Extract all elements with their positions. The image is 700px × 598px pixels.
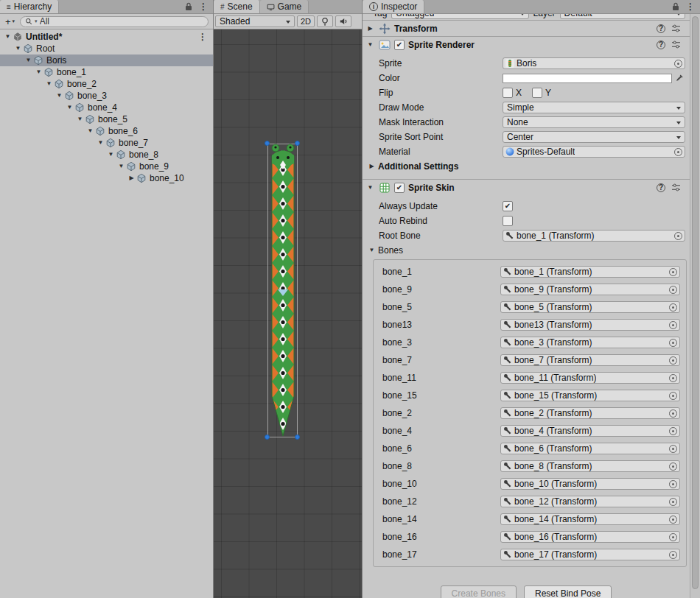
2d-toggle[interactable]: 2D <box>297 15 315 27</box>
bone-object-field[interactable]: bone_2 (Transform) <box>500 407 680 419</box>
foldout-open-icon[interactable]: ▼ <box>365 185 375 191</box>
object-picker-icon[interactable] <box>674 60 682 68</box>
kebab-icon[interactable]: ⋮ <box>686 2 695 11</box>
search-filter-caret-icon[interactable]: ▾ <box>35 18 38 24</box>
hierarchy-item-bone_8[interactable]: ▼bone_8 <box>0 149 213 161</box>
bone-object-field[interactable]: bone_15 (Transform) <box>500 390 680 401</box>
resize-handle[interactable] <box>295 141 300 146</box>
component-enabled-checkbox[interactable]: ✔ <box>394 183 405 193</box>
scene-viewport[interactable] <box>214 29 362 598</box>
bone-object-field[interactable]: bone_8 (Transform) <box>500 460 680 472</box>
bone-object-field[interactable]: bone_17 (Transform) <box>500 549 680 560</box>
foldout-open-icon[interactable]: ▼ <box>65 105 74 110</box>
presets-icon[interactable] <box>671 183 681 191</box>
inspector-scrollbar[interactable] <box>690 14 700 598</box>
hierarchy-item-bone_3[interactable]: ▼bone_3 <box>0 90 213 102</box>
sprite-skin-header[interactable]: ▼ ✔ Sprite Skin ? ⋮ <box>363 179 700 195</box>
material-object-field[interactable]: Sprites-Default <box>503 146 685 158</box>
kebab-icon[interactable]: ⋮ <box>199 2 208 11</box>
bone-object-field[interactable]: bone_5 (Transform) <box>500 301 680 313</box>
foldout-open-icon[interactable]: ▼ <box>34 69 43 75</box>
presets-icon[interactable] <box>671 41 681 49</box>
object-picker-icon[interactable] <box>669 356 677 365</box>
foldout-open-icon[interactable]: ▼ <box>55 93 64 99</box>
auto-rebind-checkbox[interactable] <box>503 216 513 226</box>
tag-dropdown[interactable]: Untagged <box>391 14 528 19</box>
always-update-checkbox[interactable]: ✔ <box>503 201 513 211</box>
mask-interaction-dropdown[interactable]: None <box>503 116 685 128</box>
tab-hierarchy[interactable]: ≡ Hierarchy <box>0 0 59 13</box>
hierarchy-item-bone_9[interactable]: ▼bone_9 <box>0 161 213 172</box>
foldout-open-icon[interactable]: ▼ <box>96 140 105 146</box>
shading-mode-dropdown[interactable]: Shaded <box>215 15 295 27</box>
audio-toggle[interactable] <box>335 15 351 27</box>
hierarchy-item-bone_6[interactable]: ▼bone_6 <box>0 125 213 137</box>
bone-object-field[interactable]: bone_9 (Transform) <box>500 284 680 295</box>
kebab-icon[interactable]: ⋮ <box>198 32 207 42</box>
flip-y-checkbox[interactable] <box>532 88 542 98</box>
hierarchy-item-bone_5[interactable]: ▼bone_5 <box>0 113 213 125</box>
bone-object-field[interactable]: bone_14 (Transform) <box>500 513 680 525</box>
foldout-open-icon[interactable]: ▼ <box>85 128 95 134</box>
foldout-open-icon[interactable]: ▼ <box>24 57 33 63</box>
component-enabled-checkbox[interactable]: ✔ <box>394 40 405 50</box>
lock-icon[interactable] <box>672 2 679 11</box>
bone-object-field[interactable]: bone_11 (Transform) <box>500 372 680 384</box>
create-bones-button[interactable]: Create Bones <box>441 585 517 598</box>
search-input[interactable] <box>40 16 203 27</box>
object-picker-icon[interactable] <box>669 321 677 329</box>
tab-inspector[interactable]: i Inspector <box>363 0 424 13</box>
resize-handle[interactable] <box>295 435 300 440</box>
hierarchy-item-bone_10[interactable]: ▶bone_10 <box>0 172 213 184</box>
foldout-closed-icon[interactable]: ▶ <box>127 175 136 181</box>
object-picker-icon[interactable] <box>674 232 682 240</box>
lighting-toggle[interactable] <box>317 15 333 27</box>
bone-object-field[interactable]: bone_16 (Transform) <box>500 531 680 543</box>
foldout-open-icon[interactable]: ▼ <box>3 34 13 40</box>
help-icon[interactable]: ? <box>657 24 665 33</box>
presets-icon[interactable] <box>671 24 681 32</box>
hierarchy-item-Boris[interactable]: ▼Boris <box>0 54 213 66</box>
object-picker-icon[interactable] <box>669 462 677 471</box>
sprite-renderer-header[interactable]: ▼ ✔ Sprite Renderer ? ⋮ <box>363 36 700 52</box>
hierarchy-item-bone_4[interactable]: ▼bone_4 <box>0 102 213 113</box>
object-picker-icon[interactable] <box>669 551 677 559</box>
bone-object-field[interactable]: bone13 (Transform) <box>500 319 680 331</box>
foldout-open-icon[interactable]: ▼ <box>106 152 116 158</box>
layer-dropdown[interactable]: Default <box>560 14 685 19</box>
additional-settings-foldout[interactable]: ▶ Additional Settings <box>363 159 700 174</box>
bone-object-field[interactable]: bone_12 (Transform) <box>500 496 680 507</box>
color-field[interactable] <box>503 74 672 83</box>
object-picker-icon[interactable] <box>669 498 677 506</box>
resize-handle[interactable] <box>265 435 270 440</box>
transform-header[interactable]: ▶ Transform ? ⋮ <box>363 20 700 36</box>
hierarchy-item-Root[interactable]: ▼Root <box>0 43 213 54</box>
resize-handle[interactable] <box>265 141 270 146</box>
bone-object-field[interactable]: bone_7 (Transform) <box>500 354 680 366</box>
root-bone-object-field[interactable]: bone_1 (Transform) <box>503 230 685 242</box>
bone-object-field[interactable]: bone_1 (Transform) <box>500 266 680 278</box>
foldout-open-icon[interactable]: ▼ <box>13 46 23 52</box>
object-picker-icon[interactable] <box>669 303 677 312</box>
help-icon[interactable]: ? <box>657 183 665 192</box>
object-picker-icon[interactable] <box>669 392 677 400</box>
lock-icon[interactable] <box>185 2 192 11</box>
reset-bind-pose-button[interactable]: Reset Bind Pose <box>524 585 612 598</box>
hierarchy-search[interactable]: ▾ <box>20 16 209 27</box>
hierarchy-item-bone_7[interactable]: ▼bone_7 <box>0 137 213 149</box>
object-picker-icon[interactable] <box>674 148 682 156</box>
hierarchy-scene-row[interactable]: ▼Untitled*⋮ <box>0 31 213 43</box>
scrollbar-thumb[interactable] <box>692 16 699 589</box>
hierarchy-item-bone_2[interactable]: ▼bone_2 <box>0 78 213 90</box>
foldout-open-icon[interactable]: ▼ <box>365 42 375 48</box>
bone-object-field[interactable]: bone_10 (Transform) <box>500 478 680 490</box>
create-menu-button[interactable]: + ▾ <box>3 16 17 27</box>
object-picker-icon[interactable] <box>669 427 677 435</box>
help-icon[interactable]: ? <box>657 41 665 49</box>
bone-object-field[interactable]: bone_4 (Transform) <box>500 425 680 437</box>
bone-object-field[interactable]: bone_6 (Transform) <box>500 443 680 454</box>
hierarchy-item-bone_1[interactable]: ▼bone_1 <box>0 66 213 78</box>
object-picker-icon[interactable] <box>669 374 677 382</box>
object-picker-icon[interactable] <box>669 268 677 276</box>
boris-sprite[interactable] <box>266 142 300 440</box>
